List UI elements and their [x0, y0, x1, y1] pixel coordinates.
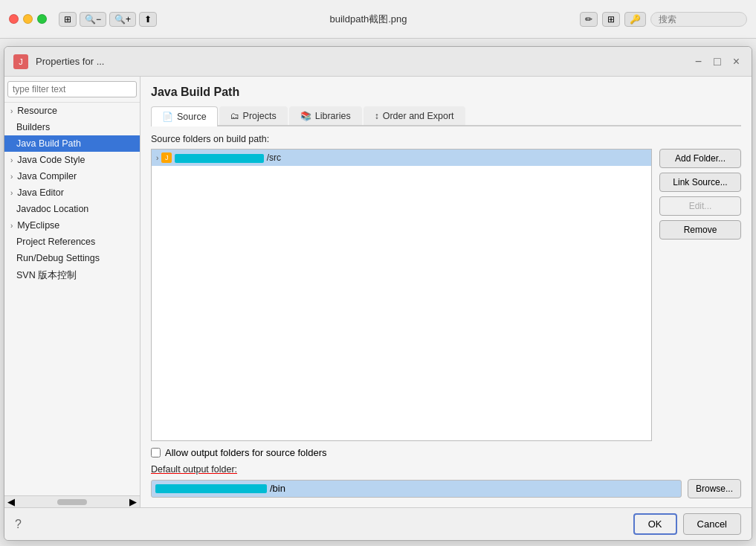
allow-output-label: Allow output folders for source folders: [165, 447, 327, 458]
sidebar-item-label: MyEclipse: [17, 220, 59, 231]
sidebar-item-label: Builders: [16, 122, 50, 132]
page-title: Java Build Path: [151, 86, 741, 99]
list-item[interactable]: › J /src: [152, 150, 651, 166]
content-area: Source folders on build path: › J /src: [151, 134, 741, 498]
sidebar-item-label: Resource: [17, 106, 57, 116]
source-item-text: /src: [175, 152, 281, 163]
scroll-right-icon[interactable]: ▶: [129, 496, 137, 507]
sidebar-item-label: Java Compiler: [17, 171, 77, 182]
dialog-minimize-btn[interactable]: −: [692, 55, 705, 68]
action-buttons: Add Folder... Link Source... Edit... Rem…: [659, 149, 741, 441]
tab-projects[interactable]: 🗂 Projects: [219, 106, 288, 125]
min-traffic-light[interactable]: [23, 14, 33, 24]
checkbox-row: Allow output folders for source folders: [151, 447, 741, 458]
mac-titlebar: ⊞ 🔍− 🔍+ ⬆ buildpath截图.png ✏ ⊞ 🔑: [0, 0, 756, 39]
sidebar-item-label: Java Editor: [17, 187, 64, 198]
source-list[interactable]: › J /src: [151, 149, 652, 441]
arrow-icon: ›: [10, 156, 13, 164]
allow-output-checkbox[interactable]: [151, 448, 161, 457]
sidebar-item-java-compiler[interactable]: › Java Compiler: [4, 168, 140, 184]
tab-label: Order and Export: [383, 111, 454, 121]
tab-label: Source: [177, 112, 207, 122]
arrow-icon: ›: [10, 222, 13, 230]
remove-button[interactable]: Remove: [659, 220, 741, 240]
dialog-close-btn[interactable]: ×: [730, 55, 743, 68]
filename-label: buildpath截图.png: [329, 13, 407, 25]
tabs-row: 📄 Source 🗂 Projects 📚 Libraries ↕ Order …: [151, 106, 741, 126]
arrow-icon: ›: [10, 189, 13, 197]
sidebar-item-java-editor[interactable]: › Java Editor: [4, 184, 140, 201]
redacted-path: [175, 154, 264, 163]
add-folder-button[interactable]: Add Folder...: [659, 149, 741, 168]
output-input-wrap: /bin: [151, 480, 682, 498]
tab-label: Libraries: [315, 111, 351, 121]
sidebar-item-label: Project References: [16, 237, 95, 247]
footer-buttons: OK Cancel: [633, 513, 741, 535]
dialog-maximize-btn[interactable]: □: [711, 55, 724, 68]
source-section-label: Source folders on build path:: [151, 134, 741, 144]
sidebar-item-javadoc-location[interactable]: Javadoc Location: [4, 201, 140, 217]
ok-button[interactable]: OK: [633, 513, 677, 535]
order-export-tab-icon: ↕: [375, 111, 379, 121]
dialog-title-icon: J: [13, 54, 28, 69]
projects-tab-icon: 🗂: [230, 111, 239, 121]
zoom-in-btn[interactable]: 🔍+: [109, 12, 136, 27]
output-folder-label: Default output folder:: [151, 464, 741, 475]
output-folder-row: /bin Browse...: [151, 479, 741, 498]
tab-order-export[interactable]: ↕ Order and Export: [364, 106, 465, 125]
sidebar-item-resource[interactable]: › Resource: [4, 103, 140, 119]
sidebar-item-java-code-style[interactable]: › Java Code Style: [4, 152, 140, 168]
toolbar-controls: ⊞ 🔍− 🔍+ ⬆: [59, 12, 157, 27]
sidebar-item-label: Javadoc Location: [16, 204, 88, 214]
source-folder-icon: J: [161, 152, 172, 163]
filter-input[interactable]: [7, 81, 137, 97]
sidebar-item-label: Run/Debug Settings: [16, 253, 100, 263]
mac-search-input[interactable]: [650, 12, 747, 27]
link-source-button[interactable]: Link Source...: [659, 173, 741, 192]
traffic-lights: [9, 14, 47, 24]
sidebar-item-myeclipse[interactable]: › MyEclipse: [4, 217, 140, 234]
sidebar-item-label: Java Code Style: [17, 155, 85, 165]
sidebar-item-project-references[interactable]: Project References: [4, 234, 140, 250]
sidebar-item-java-build-path[interactable]: Java Build Path: [4, 135, 140, 152]
item-expand-icon: ›: [156, 154, 158, 162]
tab-source[interactable]: 📄 Source: [151, 106, 218, 126]
libraries-tab-icon: 📚: [300, 111, 311, 121]
sidebar-item-label: SVN 版本控制: [16, 269, 77, 282]
arrow-icon: ›: [10, 173, 13, 181]
mac-right-controls: ✏ ⊞ 🔑: [580, 12, 747, 27]
properties-dialog: J Properties for ... − □ × › Resource Bu…: [4, 46, 752, 541]
zoom-out-btn[interactable]: 🔍−: [80, 12, 106, 27]
sidebar-item-run-debug[interactable]: Run/Debug Settings: [4, 250, 140, 266]
sidebar-scrollbar[interactable]: ◀ ▶: [4, 495, 140, 507]
nav-group-btn[interactable]: ⊞: [59, 12, 77, 27]
sidebar-item-svn[interactable]: SVN 版本控制: [4, 266, 140, 285]
pencil-btn[interactable]: ✏: [580, 12, 598, 27]
dialog-body: › Resource Builders Java Build Path › Ja…: [4, 77, 752, 507]
edit-button[interactable]: Edit...: [659, 196, 741, 216]
sidebar-item-label: Java Build Path: [16, 138, 81, 149]
main-content: Java Build Path 📄 Source 🗂 Projects 📚 Li…: [140, 77, 752, 507]
output-folder-input[interactable]: [151, 480, 682, 498]
mac-title: buildpath截图.png: [163, 13, 574, 26]
tab-label: Projects: [243, 111, 277, 121]
scroll-left-icon[interactable]: ◀: [7, 496, 15, 507]
source-tab-icon: 📄: [162, 112, 173, 122]
share-btn[interactable]: ⬆: [139, 12, 157, 27]
filter-input-wrap: [4, 77, 140, 103]
dialog-win-controls: − □ ×: [692, 55, 743, 68]
sidebar-item-builders[interactable]: Builders: [4, 119, 140, 135]
scroll-thumb[interactable]: [57, 499, 87, 505]
help-icon[interactable]: ?: [15, 518, 22, 531]
cancel-button[interactable]: Cancel: [683, 513, 741, 535]
badge-btn[interactable]: 🔑: [624, 12, 646, 27]
crop-btn[interactable]: ⊞: [602, 12, 620, 27]
dialog-titlebar: J Properties for ... − □ ×: [4, 47, 752, 77]
max-traffic-light[interactable]: [37, 14, 47, 24]
close-traffic-light[interactable]: [9, 14, 19, 24]
bottom-section: Allow output folders for source folders …: [151, 447, 741, 498]
browse-button[interactable]: Browse...: [688, 479, 741, 498]
sidebar: › Resource Builders Java Build Path › Ja…: [4, 77, 140, 507]
dialog-title-text: Properties for ...: [36, 56, 685, 67]
tab-libraries[interactable]: 📚 Libraries: [289, 106, 362, 125]
